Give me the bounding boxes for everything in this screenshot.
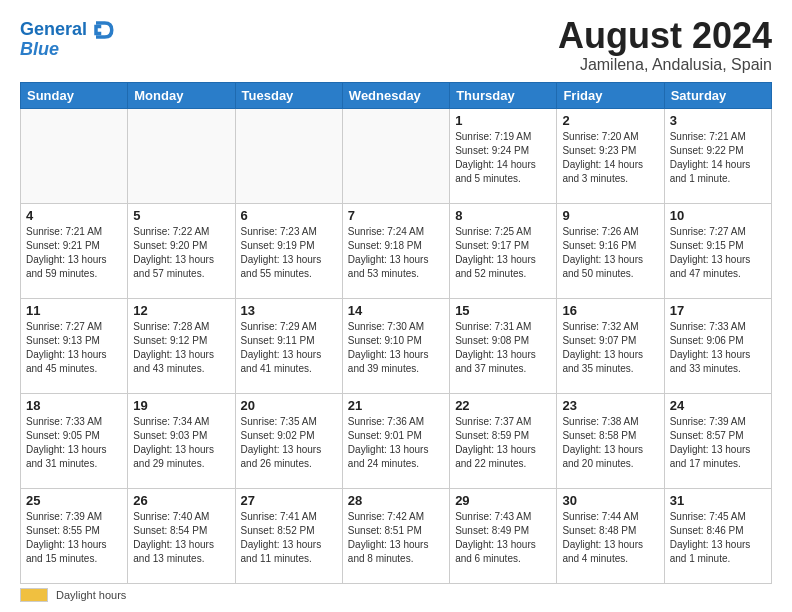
day-number: 11 — [26, 303, 122, 318]
table-row — [21, 108, 128, 203]
day-number: 24 — [670, 398, 766, 413]
page-subtitle: Jamilena, Andalusia, Spain — [558, 56, 772, 74]
day-number: 20 — [241, 398, 337, 413]
day-info: Sunrise: 7:34 AM Sunset: 9:03 PM Dayligh… — [133, 415, 229, 471]
day-info: Sunrise: 7:22 AM Sunset: 9:20 PM Dayligh… — [133, 225, 229, 281]
table-row — [235, 108, 342, 203]
day-info: Sunrise: 7:45 AM Sunset: 8:46 PM Dayligh… — [670, 510, 766, 566]
day-info: Sunrise: 7:44 AM Sunset: 8:48 PM Dayligh… — [562, 510, 658, 566]
table-row: 18Sunrise: 7:33 AM Sunset: 9:05 PM Dayli… — [21, 393, 128, 488]
logo-text-blue: Blue — [20, 39, 59, 59]
daylight-color-box — [20, 588, 48, 602]
day-info: Sunrise: 7:27 AM Sunset: 9:15 PM Dayligh… — [670, 225, 766, 281]
table-row: 24Sunrise: 7:39 AM Sunset: 8:57 PM Dayli… — [664, 393, 771, 488]
day-number: 15 — [455, 303, 551, 318]
table-row: 20Sunrise: 7:35 AM Sunset: 9:02 PM Dayli… — [235, 393, 342, 488]
day-info: Sunrise: 7:39 AM Sunset: 8:57 PM Dayligh… — [670, 415, 766, 471]
table-row: 2Sunrise: 7:20 AM Sunset: 9:23 PM Daylig… — [557, 108, 664, 203]
day-info: Sunrise: 7:36 AM Sunset: 9:01 PM Dayligh… — [348, 415, 444, 471]
day-info: Sunrise: 7:39 AM Sunset: 8:55 PM Dayligh… — [26, 510, 122, 566]
col-tuesday: Tuesday — [235, 82, 342, 108]
day-info: Sunrise: 7:20 AM Sunset: 9:23 PM Dayligh… — [562, 130, 658, 186]
day-info: Sunrise: 7:23 AM Sunset: 9:19 PM Dayligh… — [241, 225, 337, 281]
table-row — [342, 108, 449, 203]
table-row: 31Sunrise: 7:45 AM Sunset: 8:46 PM Dayli… — [664, 488, 771, 583]
table-row: 26Sunrise: 7:40 AM Sunset: 8:54 PM Dayli… — [128, 488, 235, 583]
day-number: 28 — [348, 493, 444, 508]
table-row: 14Sunrise: 7:30 AM Sunset: 9:10 PM Dayli… — [342, 298, 449, 393]
day-info: Sunrise: 7:38 AM Sunset: 8:58 PM Dayligh… — [562, 415, 658, 471]
day-number: 23 — [562, 398, 658, 413]
day-info: Sunrise: 7:43 AM Sunset: 8:49 PM Dayligh… — [455, 510, 551, 566]
day-number: 4 — [26, 208, 122, 223]
day-number: 16 — [562, 303, 658, 318]
table-row: 23Sunrise: 7:38 AM Sunset: 8:58 PM Dayli… — [557, 393, 664, 488]
table-row: 16Sunrise: 7:32 AM Sunset: 9:07 PM Dayli… — [557, 298, 664, 393]
day-number: 29 — [455, 493, 551, 508]
table-row: 1Sunrise: 7:19 AM Sunset: 9:24 PM Daylig… — [450, 108, 557, 203]
day-number: 22 — [455, 398, 551, 413]
day-info: Sunrise: 7:35 AM Sunset: 9:02 PM Dayligh… — [241, 415, 337, 471]
table-row: 8Sunrise: 7:25 AM Sunset: 9:17 PM Daylig… — [450, 203, 557, 298]
day-number: 21 — [348, 398, 444, 413]
table-row: 28Sunrise: 7:42 AM Sunset: 8:51 PM Dayli… — [342, 488, 449, 583]
footer: Daylight hours — [20, 588, 772, 602]
logo-icon — [89, 16, 117, 44]
day-number: 17 — [670, 303, 766, 318]
table-row: 13Sunrise: 7:29 AM Sunset: 9:11 PM Dayli… — [235, 298, 342, 393]
table-row: 9Sunrise: 7:26 AM Sunset: 9:16 PM Daylig… — [557, 203, 664, 298]
day-number: 5 — [133, 208, 229, 223]
calendar-week-row: 25Sunrise: 7:39 AM Sunset: 8:55 PM Dayli… — [21, 488, 772, 583]
day-info: Sunrise: 7:29 AM Sunset: 9:11 PM Dayligh… — [241, 320, 337, 376]
calendar-week-row: 18Sunrise: 7:33 AM Sunset: 9:05 PM Dayli… — [21, 393, 772, 488]
header: General Blue August 2024 Jamilena, Andal… — [20, 16, 772, 74]
calendar-week-row: 4Sunrise: 7:21 AM Sunset: 9:21 PM Daylig… — [21, 203, 772, 298]
day-number: 14 — [348, 303, 444, 318]
day-number: 7 — [348, 208, 444, 223]
table-row: 6Sunrise: 7:23 AM Sunset: 9:19 PM Daylig… — [235, 203, 342, 298]
day-number: 6 — [241, 208, 337, 223]
col-saturday: Saturday — [664, 82, 771, 108]
day-number: 31 — [670, 493, 766, 508]
col-monday: Monday — [128, 82, 235, 108]
table-row: 7Sunrise: 7:24 AM Sunset: 9:18 PM Daylig… — [342, 203, 449, 298]
calendar-week-row: 11Sunrise: 7:27 AM Sunset: 9:13 PM Dayli… — [21, 298, 772, 393]
calendar-header-row: Sunday Monday Tuesday Wednesday Thursday… — [21, 82, 772, 108]
day-info: Sunrise: 7:42 AM Sunset: 8:51 PM Dayligh… — [348, 510, 444, 566]
day-info: Sunrise: 7:41 AM Sunset: 8:52 PM Dayligh… — [241, 510, 337, 566]
table-row: 29Sunrise: 7:43 AM Sunset: 8:49 PM Dayli… — [450, 488, 557, 583]
table-row: 12Sunrise: 7:28 AM Sunset: 9:12 PM Dayli… — [128, 298, 235, 393]
day-info: Sunrise: 7:21 AM Sunset: 9:22 PM Dayligh… — [670, 130, 766, 186]
day-info: Sunrise: 7:40 AM Sunset: 8:54 PM Dayligh… — [133, 510, 229, 566]
table-row: 19Sunrise: 7:34 AM Sunset: 9:03 PM Dayli… — [128, 393, 235, 488]
table-row: 27Sunrise: 7:41 AM Sunset: 8:52 PM Dayli… — [235, 488, 342, 583]
title-block: August 2024 Jamilena, Andalusia, Spain — [558, 16, 772, 74]
table-row: 21Sunrise: 7:36 AM Sunset: 9:01 PM Dayli… — [342, 393, 449, 488]
day-number: 27 — [241, 493, 337, 508]
day-info: Sunrise: 7:33 AM Sunset: 9:06 PM Dayligh… — [670, 320, 766, 376]
day-info: Sunrise: 7:37 AM Sunset: 8:59 PM Dayligh… — [455, 415, 551, 471]
day-info: Sunrise: 7:30 AM Sunset: 9:10 PM Dayligh… — [348, 320, 444, 376]
calendar-table: Sunday Monday Tuesday Wednesday Thursday… — [20, 82, 772, 584]
day-number: 1 — [455, 113, 551, 128]
day-number: 18 — [26, 398, 122, 413]
table-row: 30Sunrise: 7:44 AM Sunset: 8:48 PM Dayli… — [557, 488, 664, 583]
day-number: 3 — [670, 113, 766, 128]
table-row: 10Sunrise: 7:27 AM Sunset: 9:15 PM Dayli… — [664, 203, 771, 298]
daylight-label: Daylight hours — [56, 589, 126, 601]
page-title: August 2024 — [558, 16, 772, 56]
day-number: 25 — [26, 493, 122, 508]
day-number: 26 — [133, 493, 229, 508]
col-thursday: Thursday — [450, 82, 557, 108]
day-info: Sunrise: 7:31 AM Sunset: 9:08 PM Dayligh… — [455, 320, 551, 376]
table-row: 17Sunrise: 7:33 AM Sunset: 9:06 PM Dayli… — [664, 298, 771, 393]
table-row: 25Sunrise: 7:39 AM Sunset: 8:55 PM Dayli… — [21, 488, 128, 583]
table-row: 22Sunrise: 7:37 AM Sunset: 8:59 PM Dayli… — [450, 393, 557, 488]
day-info: Sunrise: 7:19 AM Sunset: 9:24 PM Dayligh… — [455, 130, 551, 186]
day-number: 9 — [562, 208, 658, 223]
day-info: Sunrise: 7:28 AM Sunset: 9:12 PM Dayligh… — [133, 320, 229, 376]
day-number: 19 — [133, 398, 229, 413]
logo-text: General — [20, 20, 87, 40]
day-number: 30 — [562, 493, 658, 508]
page: General Blue August 2024 Jamilena, Andal… — [0, 0, 792, 612]
